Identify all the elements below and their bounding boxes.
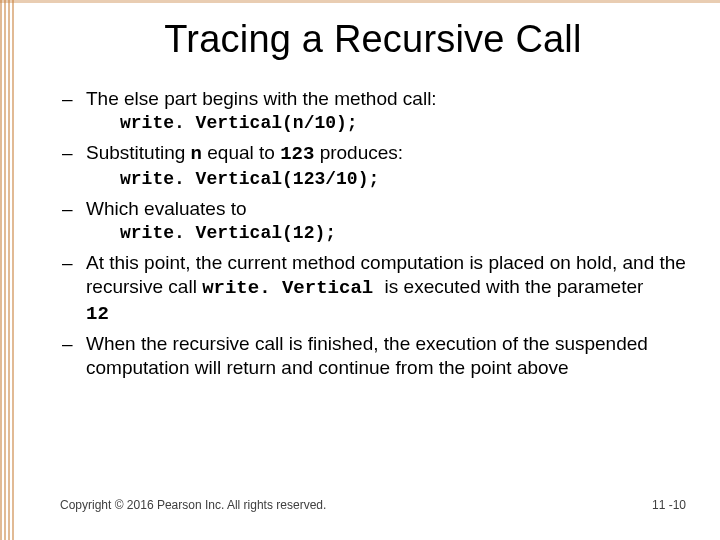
- page-number: 11 -10: [652, 498, 686, 512]
- bullet-2-pre: Substituting: [86, 142, 191, 163]
- slide-title: Tracing a Recursive Call: [60, 18, 686, 61]
- bullet-4-mid: is executed with the parameter: [385, 276, 644, 297]
- bullet-2-num: 123: [280, 143, 314, 165]
- bullet-3-code: write. Vertical(12);: [86, 222, 686, 245]
- bullet-list: The else part begins with the method cal…: [60, 87, 686, 381]
- bullet-2-post: produces:: [314, 142, 403, 163]
- left-stripe-decoration: [0, 0, 14, 540]
- bullet-3: Which evaluates to write. Vertical(12);: [60, 197, 686, 245]
- bullet-1-text: The else part begins with the method cal…: [86, 88, 437, 109]
- copyright-text: Copyright © 2016 Pearson Inc. All rights…: [60, 498, 326, 512]
- bullet-2: Substituting n equal to 123 produces: wr…: [60, 141, 686, 190]
- bullet-4-call: write. Vertical: [202, 277, 384, 299]
- bullet-2-n: n: [191, 143, 202, 165]
- bullet-2-code: write. Vertical(123/10);: [86, 168, 686, 191]
- bullet-3-text: Which evaluates to: [86, 198, 247, 219]
- bullet-5: When the recursive call is finished, the…: [60, 332, 686, 381]
- bullet-2-mid: equal to: [202, 142, 280, 163]
- bullet-1-code: write. Vertical(n/10);: [86, 112, 686, 135]
- bullet-4: At this point, the current method comput…: [60, 251, 686, 326]
- slide-content: Tracing a Recursive Call The else part b…: [14, 0, 720, 540]
- bullet-5-text: When the recursive call is finished, the…: [86, 333, 648, 378]
- bullet-1: The else part begins with the method cal…: [60, 87, 686, 135]
- bullet-4-param: 12: [86, 303, 109, 325]
- footer: Copyright © 2016 Pearson Inc. All rights…: [60, 498, 686, 512]
